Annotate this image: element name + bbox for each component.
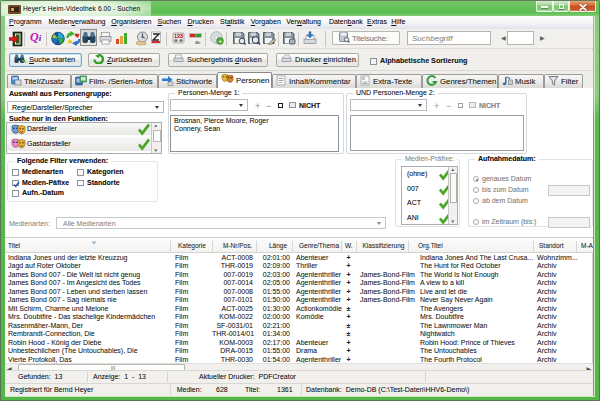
svg-text:aₖ: aₖ [195, 39, 201, 45]
svg-text:+: + [219, 38, 223, 44]
svg-text:123: 123 [174, 33, 183, 39]
